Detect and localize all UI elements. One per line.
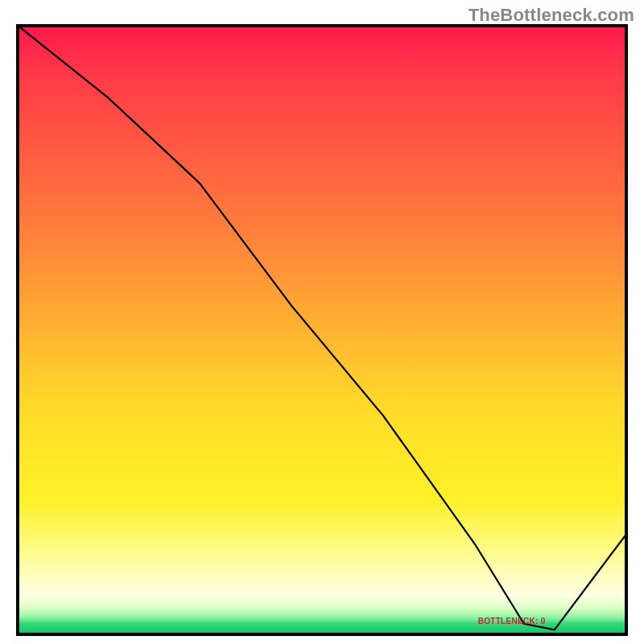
watermark-text: TheBottleneck.com: [469, 5, 634, 26]
chart-container: TheBottleneck.com BOTTLENECK: 0: [0, 0, 644, 644]
plot-area: BOTTLENECK: 0: [16, 24, 628, 636]
bottleneck-curve: [16, 24, 628, 636]
